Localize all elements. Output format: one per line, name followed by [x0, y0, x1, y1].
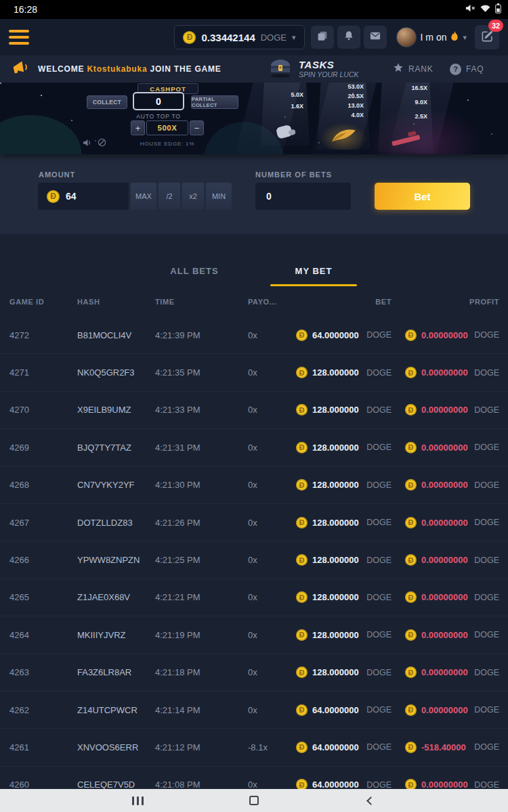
bet-button[interactable]: Bet [375, 183, 470, 210]
doge-coin-icon: Ð [405, 629, 417, 641]
bet-cell: Ð 128.000000 DOGE [296, 554, 391, 566]
time-cell: 4:21:12 PM [155, 742, 248, 752]
game-id-cell: 4266 [9, 555, 77, 565]
amount-row: Ð 64 MAX /2 x2 MIN [38, 183, 232, 210]
android-navigation-bar [0, 789, 508, 812]
table-row: 4269 BJQ7TY7TAZ 4:21:31 PM 0x Ð 128.0000… [0, 429, 508, 466]
hash-cell: B81MOCLI4V [77, 330, 155, 340]
payout-cell: 0x [248, 592, 296, 602]
profit-cell: Ð -518.40000 DOGE [391, 742, 499, 753]
header-icon-buttons [311, 26, 387, 49]
time-cell: 4:21:30 PM [155, 480, 248, 490]
knife-item-icon [329, 127, 358, 148]
game-id-cell: 4269 [9, 443, 77, 453]
decrease-button[interactable]: − [190, 120, 204, 135]
game-id-cell: 4268 [9, 480, 77, 490]
column-header-time: TIME [155, 298, 248, 306]
reel-multiplier: 2.5X [415, 114, 427, 120]
bet-cell: Ð 64.0000000 DOGE [296, 330, 391, 341]
double-button[interactable]: x2 [182, 183, 204, 210]
tasks-labels: TASKS SPIN YOUR LUCK [299, 60, 359, 79]
home-button[interactable] [240, 791, 268, 810]
hash-cell: Z1JAE0X68V [77, 592, 155, 602]
time-cell: 4:21:39 PM [155, 330, 248, 340]
cards-button[interactable] [311, 26, 334, 49]
bet-cell: Ð 128.000000 DOGE [296, 517, 391, 528]
table-row: 4272 B81MOCLI4V 4:21:39 PM 0x Ð 64.00000… [0, 317, 508, 354]
speaker-icon[interactable] [83, 137, 91, 150]
balance-selector[interactable]: Ð 0.33442144 DOGE ▾ [174, 25, 304, 49]
hash-cell: CN7VYKY2YF [77, 480, 155, 490]
hash-cell: YPWW8ZNPZN [77, 555, 155, 565]
doge-coin-icon: Ð [405, 479, 417, 491]
number-of-bets-input[interactable]: 0 [255, 183, 351, 210]
back-button[interactable] [357, 791, 384, 810]
min-button[interactable]: MIN [206, 183, 232, 210]
tasks-link[interactable]: TASKS SPIN YOUR LUCK [268, 55, 359, 83]
faq-link[interactable]: ? FAQ [450, 55, 484, 83]
column-header-profit: PROFIT [391, 298, 499, 306]
doge-coin-icon: Ð [296, 479, 308, 491]
hash-cell: X9EILB9UMZ [77, 405, 155, 415]
messages-button[interactable] [364, 26, 387, 49]
reel-multiplier: 16.5X [411, 85, 427, 91]
game-id-cell: 4263 [9, 667, 77, 677]
effects-toggle-icon[interactable] [98, 137, 106, 150]
payout-cell: 0x [248, 630, 296, 640]
mute-icon [465, 3, 475, 16]
bet-cell: Ð 128.000000 DOGE [296, 591, 391, 603]
multiplier-reel: 53.0X20.5X13.0X4.0X [317, 83, 370, 150]
planet-decoration [0, 115, 81, 154]
app-screen: 16:28 Ð 0.33442144 DOGE ▾ [0, 0, 508, 812]
doge-coin-icon: Ð [296, 667, 308, 678]
reel-multiplier: 53.0X [347, 84, 364, 90]
game-sound-controls [83, 137, 106, 150]
max-button[interactable]: MAX [131, 183, 156, 210]
envelope-icon [369, 30, 381, 45]
increase-button[interactable]: + [131, 120, 145, 135]
tab-all-bets[interactable]: ALL BETS [135, 266, 254, 286]
doge-coin-icon: Ð [405, 404, 417, 415]
doge-coin-icon: Ð [405, 591, 417, 603]
time-cell: 4:21:35 PM [155, 367, 248, 378]
table-row: 4261 XNVOOS6ERR 4:21:12 PM -8.1x Ð 64.00… [0, 729, 508, 766]
cards-icon [316, 30, 329, 45]
profit-cell: Ð 0.00000000 DOGE [391, 330, 499, 341]
game-id-cell: 4267 [9, 518, 77, 528]
home-icon [249, 796, 259, 805]
table-row: 4267 DOTZLLDZ83 4:21:26 PM 0x Ð 128.0000… [0, 504, 508, 541]
chat-button[interactable]: 32 [475, 25, 499, 49]
notifications-button[interactable] [337, 26, 360, 49]
faq-label: FAQ [466, 64, 484, 74]
hash-cell: Z14UTCPWCR [77, 705, 155, 715]
auto-top-stepper: + 500X − [131, 120, 204, 135]
table-row: 4270 X9EILB9UMZ 4:21:33 PM 0x Ð 128.0000… [0, 392, 508, 429]
bet-controls: AMOUNT Ð 64 MAX /2 x2 MIN NUMBER OF BETS… [0, 154, 508, 234]
partial-collect-button[interactable]: PARTIAL COLLECT [191, 95, 238, 109]
balance-amount: 0.33442144 [201, 32, 255, 43]
clock: 16:28 [14, 4, 37, 15]
reel-multiplier: 5.0X [291, 92, 303, 98]
menu-button[interactable] [9, 30, 29, 45]
doge-coin-icon: Ð [47, 190, 60, 203]
bets-table-header: GAME ID HASH TIME PAYO... BET PROFIT [0, 286, 508, 317]
tab-my-bet[interactable]: MY BET [254, 266, 373, 286]
half-button[interactable]: /2 [158, 183, 180, 210]
amount-input[interactable]: Ð 64 [38, 183, 129, 210]
recent-apps-button[interactable] [124, 791, 151, 810]
doge-coin-icon: Ð [296, 442, 308, 453]
balance-currency: DOGE [261, 32, 287, 43]
time-cell: 4:21:14 PM [155, 705, 248, 715]
stars-decoration [0, 83, 1, 84]
hash-cell: BJQ7TY7TAZ [77, 443, 155, 453]
table-row: 4268 CN7VYKY2YF 4:21:30 PM 0x Ð 128.0000… [0, 467, 508, 504]
rank-link[interactable]: RANK [393, 55, 433, 83]
flame-icon [450, 31, 459, 44]
profit-cell: Ð 0.00000000 DOGE [391, 404, 499, 415]
profit-cell: Ð 0.00000000 DOGE [391, 479, 499, 491]
column-header-game-id: GAME ID [9, 298, 77, 306]
battery-icon [495, 3, 501, 16]
collect-button[interactable]: COLLECT [87, 95, 127, 109]
user-menu[interactable]: I m on ▾ [396, 27, 467, 47]
column-header-bet: BET [296, 298, 391, 306]
